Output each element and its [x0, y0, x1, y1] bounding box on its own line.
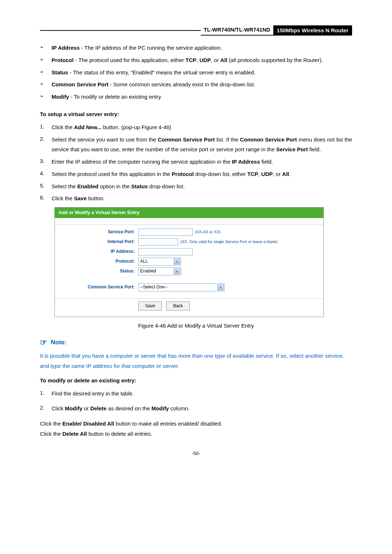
footer-line-1: Click the Enable/ Disabled All button to… [40, 419, 352, 429]
doc-header: TL-WR740N/TL-WR741ND 150Mbps Wireless N … [40, 25, 352, 36]
step-number: 2. [40, 403, 52, 412]
bullet-text: Status - The status of this entry, "Enab… [52, 67, 352, 78]
step-text: Click the Save button. [52, 193, 352, 204]
step-6: 6. Click the Save button. [40, 193, 352, 204]
step-number: 3. [40, 157, 52, 165]
label-internal-port: Internal Port: [55, 238, 138, 245]
label-ip-address: IP Address: [55, 248, 138, 255]
bullet-text: Common Service Port - Some common servic… [52, 79, 352, 90]
bullet-arrow-icon: ➢ [40, 92, 52, 100]
bullet-label: Status [52, 69, 68, 75]
note-label-text: Note: [51, 337, 66, 347]
bullet-text: IP Address - The IP address of the PC ru… [52, 43, 352, 53]
bullet-desc: - The IP address of the PC running the s… [80, 45, 222, 51]
modify-step-1: 1. Find the desired entry in the table. [40, 389, 352, 399]
select-status[interactable]: Enabled ▾ [138, 267, 181, 275]
setup-heading: To setup a virtual server entry: [40, 110, 352, 119]
step-5: 5. Select the Enabled option in the Stat… [40, 181, 352, 192]
bullet-arrow-icon: ➢ [40, 67, 52, 75]
back-button[interactable]: Back [166, 301, 190, 311]
row-protocol: Protocol: ALL ▾ [55, 257, 323, 266]
dialog-box: Add or Modify a Virtual Server Entry Ser… [54, 207, 324, 317]
label-status: Status: [55, 268, 138, 275]
page-number: -50- [40, 450, 352, 457]
bullet-label: Common Service Port [52, 81, 109, 87]
row-status: Status: Enabled ▾ [55, 267, 323, 276]
step-4: 4. Select the protocol used for this app… [40, 169, 352, 179]
bullet-desc: - The status of this entry, "Enabled" me… [68, 69, 256, 75]
label-protocol: Protocol: [55, 258, 138, 265]
select-value: ALL [140, 258, 148, 265]
step-text: Select the protocol used for this applic… [52, 169, 352, 179]
row-service-port: Service Port: (XX-XX or XX) [55, 228, 323, 237]
row-common-service: Common Service Port: --Select One-- ▾ [55, 283, 323, 292]
label-common-service: Common Service Port: [55, 284, 138, 291]
note-heading: ☞ Note: [40, 336, 352, 349]
bullet-protocol: ➢ Protocol - The protocol used for this … [40, 55, 352, 65]
step-number: 6. [40, 193, 52, 202]
step-3: 3. Enter the IP address of the computer … [40, 157, 352, 167]
header-rule [40, 30, 201, 31]
pointing-hand-icon: ☞ [40, 336, 47, 349]
chevron-down-icon: ▾ [174, 268, 180, 274]
select-protocol[interactable]: ALL ▾ [138, 258, 181, 266]
chevron-down-icon: ▾ [217, 284, 224, 290]
select-value: --Select One-- [140, 284, 167, 291]
bullet-label: IP Address [52, 45, 80, 51]
input-internal-port[interactable] [138, 238, 178, 246]
dialog-title: Add or Modify a Virtual Server Entry [55, 208, 323, 218]
bullet-arrow-icon: ➢ [40, 43, 52, 51]
modify-step-2: 2. Click Modify or Delete as desired on … [40, 403, 352, 414]
note-body: It is possible that you have a computer … [40, 351, 352, 371]
bullet-modify: ➢ Modify - To modify or delete an existi… [40, 92, 352, 102]
figure-caption: Figure 4-46 Add or Modify a Virtual Serv… [40, 321, 352, 330]
row-internal-port: Internal Port: (XX, Only valid for singl… [55, 238, 323, 246]
figure-4-46: Add or Modify a Virtual Server Entry Ser… [54, 207, 352, 317]
step-number: 5. [40, 181, 52, 190]
step-text: Select the Enabled option in the Status … [52, 181, 352, 192]
hint-internal-port: (XX, Only valid for single Service Port … [180, 239, 278, 245]
bullet-label: Protocol [52, 57, 74, 63]
modify-steps: 1. Find the desired entry in the table. … [40, 389, 352, 414]
step-number: 4. [40, 169, 52, 178]
input-ip-address[interactable] [138, 248, 193, 255]
bullet-desc: - Some common services already exist in … [109, 81, 255, 87]
bullet-arrow-icon: ➢ [40, 55, 52, 63]
step-text: Find the desired entry in the table. [52, 389, 352, 399]
bullet-ip-address: ➢ IP Address - The IP address of the PC … [40, 43, 352, 53]
select-value: Enabled [140, 268, 156, 275]
modify-heading: To modify or delete an existing entry: [40, 376, 352, 385]
step-text: Click the Add New... button. (pop-up Fig… [52, 122, 352, 132]
step-number: 2. [40, 135, 52, 143]
step-number: 1. [40, 389, 52, 397]
row-ip-address: IP Address: [55, 247, 323, 256]
step-text: Enter the IP address of the computer run… [52, 157, 352, 167]
dialog-body: Service Port: (XX-XX or XX) Internal Por… [55, 218, 323, 317]
chevron-down-icon: ▾ [174, 259, 180, 264]
header-product: 150Mbps Wireless N Router [273, 25, 352, 36]
bullet-common: ➢ Common Service Port - Some common serv… [40, 79, 352, 90]
save-button[interactable]: Save [138, 301, 162, 311]
input-service-port[interactable] [138, 229, 193, 236]
bullet-text: Protocol - The protocol used for this ap… [52, 55, 352, 65]
setup-steps: 1. Click the Add New... button. (pop-up … [40, 122, 352, 204]
step-text: Select the service you want to use from … [52, 135, 352, 155]
bullet-status: ➢ Status - The status of this entry, "En… [40, 67, 352, 78]
step-1: 1. Click the Add New... button. (pop-up … [40, 122, 352, 132]
select-common-service[interactable]: --Select One-- ▾ [138, 283, 225, 291]
bullet-desc: - To modify or delete an existing entry. [69, 94, 162, 100]
step-number: 1. [40, 122, 52, 131]
bullet-label: Modify [52, 94, 69, 100]
feature-bullets: ➢ IP Address - The IP address of the PC … [40, 43, 352, 102]
bullet-arrow-icon: ➢ [40, 79, 52, 87]
label-service-port: Service Port: [55, 229, 138, 235]
bullet-text: Modify - To modify or delete an existing… [52, 92, 352, 102]
header-model: TL-WR740N/TL-WR741ND [201, 25, 273, 36]
hint-service-port: (XX-XX or XX) [195, 229, 221, 235]
footer-line-2: Click the Delete All button to delete al… [40, 429, 352, 439]
row-buttons: Save Back [55, 301, 323, 311]
step-2: 2. Select the service you want to use fr… [40, 135, 352, 155]
step-text: Click Modify or Delete as desired on the… [52, 403, 352, 414]
